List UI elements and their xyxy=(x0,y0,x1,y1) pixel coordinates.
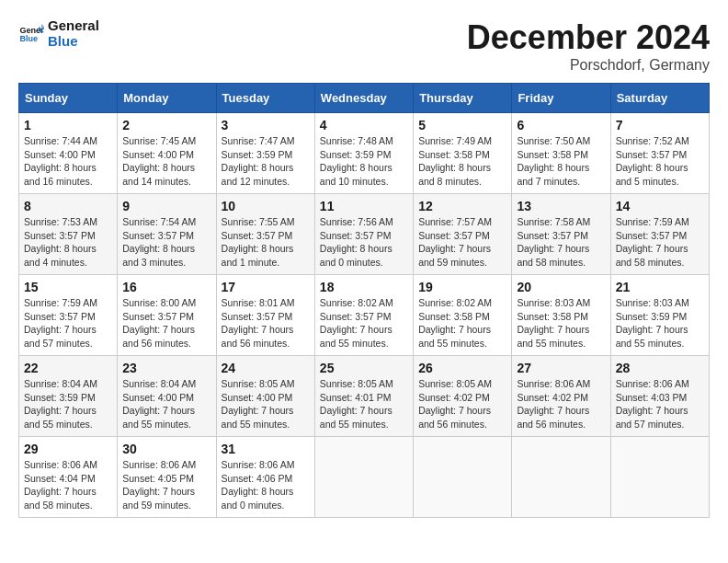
calendar-week-row: 22 Sunrise: 8:04 AM Sunset: 3:59 PM Dayl… xyxy=(19,356,710,437)
day-info: Sunrise: 7:57 AM Sunset: 3:57 PM Dayligh… xyxy=(418,215,506,270)
daylight-label: Daylight: 8 hours and 4 minutes. xyxy=(24,243,97,268)
day-number: 27 xyxy=(517,361,605,375)
day-number: 31 xyxy=(222,442,310,456)
calendar-day-cell: 6 Sunrise: 7:50 AM Sunset: 3:58 PM Dayli… xyxy=(512,113,610,194)
daylight-label: Daylight: 8 hours and 0 minutes. xyxy=(222,486,294,511)
sunset-label: Sunset: 3:57 PM xyxy=(24,311,96,322)
month-year-title: December 2024 xyxy=(467,18,710,57)
sunset-label: Sunset: 3:58 PM xyxy=(517,311,588,322)
sunrise-label: Sunrise: 7:53 AM xyxy=(24,216,97,227)
daylight-label: Daylight: 7 hours and 59 minutes. xyxy=(418,243,491,268)
sunrise-label: Sunrise: 8:06 AM xyxy=(616,378,689,389)
sunset-label: Sunset: 4:00 PM xyxy=(222,392,293,403)
weekday-header-sunday: Sunday xyxy=(19,84,118,113)
sunrise-label: Sunrise: 8:04 AM xyxy=(122,378,196,389)
sunset-label: Sunset: 3:57 PM xyxy=(517,230,588,241)
daylight-label: Daylight: 8 hours and 12 minutes. xyxy=(222,162,294,187)
calendar-day-cell: 2 Sunrise: 7:45 AM Sunset: 4:00 PM Dayli… xyxy=(118,113,216,194)
weekday-header-row: SundayMondayTuesdayWednesdayThursdayFrid… xyxy=(19,84,710,113)
sunset-label: Sunset: 3:57 PM xyxy=(122,311,194,322)
day-number: 26 xyxy=(418,361,506,375)
daylight-label: Daylight: 7 hours and 55 minutes. xyxy=(122,405,195,430)
day-info: Sunrise: 8:03 AM Sunset: 3:59 PM Dayligh… xyxy=(616,296,704,350)
logo-blue: Blue xyxy=(48,34,99,50)
day-number: 15 xyxy=(24,280,112,294)
daylight-label: Daylight: 8 hours and 3 minutes. xyxy=(122,243,195,268)
day-number: 30 xyxy=(122,442,210,456)
day-number: 5 xyxy=(418,118,506,132)
sunset-label: Sunset: 3:59 PM xyxy=(616,311,688,322)
sunset-label: Sunset: 3:57 PM xyxy=(222,311,293,322)
sunset-label: Sunset: 3:59 PM xyxy=(24,392,96,403)
calendar-day-cell: 10 Sunrise: 7:55 AM Sunset: 3:57 PM Dayl… xyxy=(216,194,314,275)
daylight-label: Daylight: 7 hours and 56 minutes. xyxy=(517,405,589,430)
day-number: 14 xyxy=(616,199,704,213)
day-info: Sunrise: 8:06 AM Sunset: 4:05 PM Dayligh… xyxy=(122,458,210,512)
daylight-label: Daylight: 8 hours and 0 minutes. xyxy=(320,243,392,268)
daylight-label: Daylight: 7 hours and 56 minutes. xyxy=(222,324,294,349)
calendar-week-row: 29 Sunrise: 8:06 AM Sunset: 4:04 PM Dayl… xyxy=(19,437,710,518)
sunset-label: Sunset: 4:00 PM xyxy=(24,149,96,160)
sunrise-label: Sunrise: 7:44 AM xyxy=(24,135,97,146)
daylight-label: Daylight: 8 hours and 16 minutes. xyxy=(24,162,97,187)
sunrise-label: Sunrise: 8:03 AM xyxy=(517,297,590,308)
calendar-day-cell: 21 Sunrise: 8:03 AM Sunset: 3:59 PM Dayl… xyxy=(610,275,709,356)
sunrise-label: Sunrise: 7:49 AM xyxy=(418,135,492,146)
daylight-label: Daylight: 7 hours and 58 minutes. xyxy=(616,243,688,268)
day-number: 8 xyxy=(24,199,112,213)
calendar-week-row: 8 Sunrise: 7:53 AM Sunset: 3:57 PM Dayli… xyxy=(19,194,710,275)
daylight-label: Daylight: 7 hours and 55 minutes. xyxy=(517,324,589,349)
weekday-header-friday: Friday xyxy=(512,84,610,113)
sunrise-label: Sunrise: 7:52 AM xyxy=(616,135,689,146)
calendar-day-cell: 28 Sunrise: 8:06 AM Sunset: 4:03 PM Dayl… xyxy=(610,356,709,437)
calendar-day-cell: 12 Sunrise: 7:57 AM Sunset: 3:57 PM Dayl… xyxy=(414,194,512,275)
calendar-day-cell: 29 Sunrise: 8:06 AM Sunset: 4:04 PM Dayl… xyxy=(19,437,118,518)
calendar-day-cell: 4 Sunrise: 7:48 AM Sunset: 3:59 PM Dayli… xyxy=(314,113,413,194)
calendar-day-cell: 7 Sunrise: 7:52 AM Sunset: 3:57 PM Dayli… xyxy=(610,113,709,194)
sunset-label: Sunset: 3:57 PM xyxy=(222,230,293,241)
calendar-day-cell: 30 Sunrise: 8:06 AM Sunset: 4:05 PM Dayl… xyxy=(118,437,216,518)
sunset-label: Sunset: 3:58 PM xyxy=(517,149,588,160)
day-number: 20 xyxy=(517,280,605,294)
day-number: 7 xyxy=(616,118,704,132)
day-info: Sunrise: 7:47 AM Sunset: 3:59 PM Dayligh… xyxy=(222,134,310,189)
sunrise-label: Sunrise: 8:06 AM xyxy=(122,459,196,470)
sunset-label: Sunset: 4:02 PM xyxy=(517,392,588,403)
sunrise-label: Sunrise: 8:05 AM xyxy=(418,378,492,389)
calendar-day-cell xyxy=(512,437,610,518)
day-number: 18 xyxy=(320,280,408,294)
title-area: December 2024 Porschdorf, Germany xyxy=(467,18,710,74)
daylight-label: Daylight: 7 hours and 55 minutes. xyxy=(24,405,97,430)
day-info: Sunrise: 7:54 AM Sunset: 3:57 PM Dayligh… xyxy=(122,215,210,270)
calendar-table: SundayMondayTuesdayWednesdayThursdayFrid… xyxy=(18,83,710,518)
sunset-label: Sunset: 4:04 PM xyxy=(24,473,96,484)
sunset-label: Sunset: 3:57 PM xyxy=(122,230,194,241)
sunrise-label: Sunrise: 8:05 AM xyxy=(320,378,393,389)
daylight-label: Daylight: 8 hours and 10 minutes. xyxy=(320,162,392,187)
sunset-label: Sunset: 4:02 PM xyxy=(418,392,490,403)
day-number: 16 xyxy=(122,280,210,294)
sunrise-label: Sunrise: 7:55 AM xyxy=(222,216,295,227)
day-number: 21 xyxy=(616,280,704,294)
day-info: Sunrise: 7:53 AM Sunset: 3:57 PM Dayligh… xyxy=(24,215,112,270)
day-number: 13 xyxy=(517,199,605,213)
sunrise-label: Sunrise: 7:56 AM xyxy=(320,216,393,227)
day-info: Sunrise: 7:48 AM Sunset: 3:59 PM Dayligh… xyxy=(320,134,408,189)
sunrise-label: Sunrise: 8:02 AM xyxy=(418,297,492,308)
calendar-day-cell: 13 Sunrise: 7:58 AM Sunset: 3:57 PM Dayl… xyxy=(512,194,610,275)
daylight-label: Daylight: 7 hours and 56 minutes. xyxy=(418,405,491,430)
day-number: 6 xyxy=(517,118,605,132)
calendar-day-cell: 3 Sunrise: 7:47 AM Sunset: 3:59 PM Dayli… xyxy=(216,113,314,194)
day-info: Sunrise: 8:04 AM Sunset: 4:00 PM Dayligh… xyxy=(122,377,210,431)
sunrise-label: Sunrise: 7:54 AM xyxy=(122,216,196,227)
day-number: 17 xyxy=(222,280,310,294)
day-number: 12 xyxy=(418,199,506,213)
sunrise-label: Sunrise: 8:01 AM xyxy=(222,297,295,308)
day-info: Sunrise: 8:06 AM Sunset: 4:03 PM Dayligh… xyxy=(616,377,704,431)
calendar-day-cell: 20 Sunrise: 8:03 AM Sunset: 3:58 PM Dayl… xyxy=(512,275,610,356)
weekday-header-monday: Monday xyxy=(118,84,216,113)
calendar-day-cell: 9 Sunrise: 7:54 AM Sunset: 3:57 PM Dayli… xyxy=(118,194,216,275)
sunset-label: Sunset: 3:57 PM xyxy=(24,230,96,241)
sunrise-label: Sunrise: 8:00 AM xyxy=(122,297,196,308)
sunset-label: Sunset: 3:57 PM xyxy=(616,230,688,241)
